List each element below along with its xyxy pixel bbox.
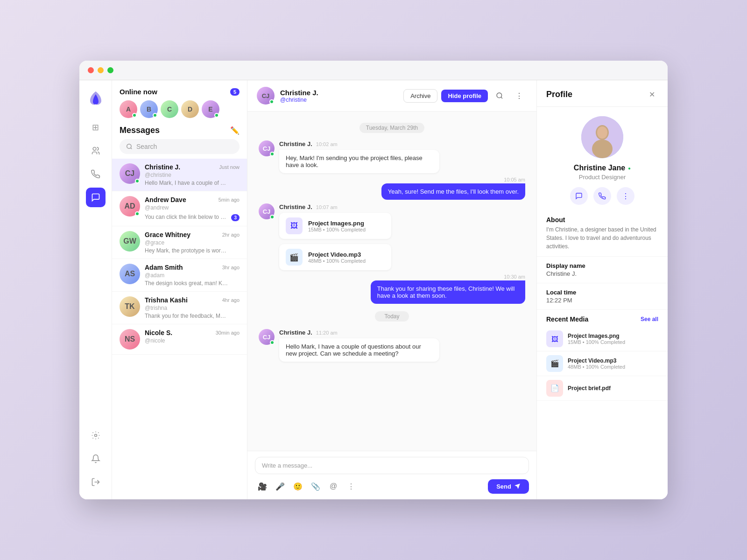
file-info: Project Video.mp3 48MB • 100% Completed	[308, 251, 366, 264]
conv-info: Trishna Kashi 4hr ago @trishna Thank you…	[145, 296, 240, 319]
media-file-icon-image: 🖼	[546, 330, 563, 347]
conv-handle: @andrew	[145, 204, 240, 211]
conv-name: Trishna Kashi	[145, 296, 188, 304]
chat-messages: Tuesday, March 29th CJ Christine J. 10:0…	[247, 112, 536, 451]
conv-time: 5min ago	[218, 197, 240, 203]
online-avatar-2: B	[140, 100, 158, 118]
phone-icon	[599, 192, 606, 200]
message-row: 10:30 am Thank you for sharing these fil…	[259, 274, 525, 304]
profile-name: Christine Jane ●	[574, 164, 631, 172]
sidebar: Online now 5 A B C D	[112, 80, 247, 499]
conv-item-christine[interactable]: CJ Christine J. Just now @christine Hell…	[112, 159, 247, 191]
chat-contact-handle: @christine	[280, 97, 318, 103]
chat-search-button[interactable]	[492, 88, 507, 104]
message-time: 10:02 am	[316, 141, 338, 147]
message-avatar: CJ	[259, 329, 275, 345]
hide-profile-button[interactable]: Hide profile	[441, 90, 488, 102]
about-text: I'm Christine, a designer based in the U…	[546, 225, 658, 251]
online-indicator	[270, 152, 275, 156]
conv-time: 3hr ago	[222, 265, 240, 270]
file-icon-image: 🖼	[286, 217, 303, 234]
conv-item-nicole[interactable]: NS Nicole S. 30min ago @nicole	[112, 324, 247, 355]
conv-handle: @christine	[145, 172, 240, 178]
attach-tool-button[interactable]: 📎	[308, 479, 323, 494]
conv-handle: @trishna	[145, 305, 240, 311]
conv-item-trishna[interactable]: TK Trishna Kashi 4hr ago @trishna Thank …	[112, 292, 247, 324]
message-avatar: CJ	[259, 140, 275, 156]
compose-icon[interactable]: ✏️	[230, 126, 240, 135]
media-file-icon-pdf: 📄	[546, 380, 563, 397]
search-input[interactable]	[136, 143, 233, 150]
emoji-tool-button[interactable]: 🙂	[290, 479, 305, 494]
more-tool-button[interactable]: ⋮	[344, 479, 359, 494]
message-sender: Christine J.	[279, 140, 312, 147]
conv-preview: Thank you for the feedback, Mark! I will…	[145, 313, 229, 319]
conv-item-grace[interactable]: GW Grace Whitney 2hr ago @grace Hey Mark…	[112, 226, 247, 259]
mic-tool-button[interactable]: 🎤	[273, 479, 288, 494]
nav-settings[interactable]	[86, 426, 106, 445]
conv-item-andrew[interactable]: AD Andrew Dave 5min ago @andrew You can …	[112, 191, 247, 226]
nav-chat[interactable]	[86, 188, 106, 207]
message-time: 10:05 am	[381, 177, 525, 182]
message-content: Christine J. 11:20 am Hello Mark, I have…	[279, 329, 439, 362]
conv-avatar-wrap: AS	[120, 264, 140, 284]
logo-icon	[86, 88, 105, 106]
file-meta: 48MB • 100% Completed	[308, 258, 366, 264]
message-row: CJ Christine J. 10:02 am Hey, Mark! I'm …	[259, 140, 525, 173]
profile-more-button[interactable]: ⋮	[617, 187, 634, 205]
conv-time: Just now	[219, 164, 240, 170]
media-file-name: Project Video.mp3	[568, 357, 625, 364]
online-avatar-1: A	[120, 100, 137, 118]
profile-local-time-section: Local time 12:22 PM	[537, 283, 668, 310]
profile-close-button[interactable]: ✕	[645, 88, 658, 101]
search-box[interactable]	[120, 139, 240, 154]
media-file-info: Project Images.png 15MB • 100% Completed	[568, 333, 625, 345]
nav-logout[interactable]	[86, 472, 106, 492]
message-content: 10:30 am Thank you for sharing these fil…	[371, 274, 525, 304]
left-nav: ⊞	[79, 80, 112, 499]
message-content: Christine J. 10:07 am 🖼 Project Images.p…	[279, 203, 391, 270]
media-file-info: Project Video.mp3 48MB • 100% Completed	[568, 357, 625, 370]
profile-call-button[interactable]	[593, 187, 611, 205]
see-all-button[interactable]: See all	[641, 316, 658, 322]
chat-more-button[interactable]: ⋮	[511, 88, 527, 104]
nav-bell[interactable]	[86, 449, 106, 469]
media-file-video: 🎬 Project Video.mp3 48MB • 100% Complete…	[537, 351, 668, 376]
chat-input-area: Write a message... 🎥 🎤 🙂 📎 @ ⋮ Send	[247, 451, 536, 499]
conv-preview: You can click the link below to view the…	[145, 214, 229, 220]
file-name: Project Video.mp3	[308, 251, 366, 258]
display-name-label: Display name	[546, 262, 658, 269]
conv-avatar-wrap: NS	[120, 329, 140, 350]
minimize-dot[interactable]	[98, 67, 104, 73]
archive-button[interactable]: Archive	[403, 89, 437, 103]
send-button[interactable]: Send	[488, 479, 529, 494]
nav-phone[interactable]	[86, 164, 106, 184]
svg-point-2	[127, 144, 131, 148]
media-file-meta: 48MB • 100% Completed	[568, 364, 625, 370]
display-name-value: Christine J.	[546, 270, 658, 277]
online-count: 5	[230, 88, 240, 96]
conv-avatar: TK	[120, 296, 140, 317]
profile-about-section: About I'm Christine, a designer based in…	[537, 210, 668, 257]
video-tool-button[interactable]: 🎥	[255, 479, 270, 494]
chat-header-avatar-wrap: CJ	[257, 87, 275, 105]
conv-name: Adam Smith	[145, 264, 183, 271]
profile-actions: ⋮	[570, 187, 634, 205]
nav-grid[interactable]: ⊞	[86, 118, 106, 137]
conv-avatar-wrap: AD	[120, 196, 140, 217]
file-name: Project Images.png	[308, 220, 366, 227]
message-input-placeholder: Write a message...	[255, 457, 529, 474]
profile-message-button[interactable]	[570, 187, 588, 205]
nav-users[interactable]	[86, 141, 106, 161]
maximize-dot[interactable]	[107, 67, 113, 73]
conv-item-adam[interactable]: AS Adam Smith 3hr ago @adam The design l…	[112, 259, 247, 292]
mention-tool-button[interactable]: @	[326, 479, 341, 494]
close-dot[interactable]	[88, 67, 94, 73]
message-bubble: Yeah, sure! Send me the files, I'll look…	[381, 183, 525, 200]
conv-avatar-wrap: TK	[120, 296, 140, 317]
message-time: 10:30 am	[371, 274, 525, 280]
chat-header-info: Christine J. @christine	[280, 89, 318, 103]
conv-preview: Hey Mark, the prototype is working amazi…	[145, 247, 229, 254]
input-actions: 🎥 🎤 🙂 📎 @ ⋮ Send	[255, 479, 529, 494]
send-icon	[514, 483, 521, 490]
